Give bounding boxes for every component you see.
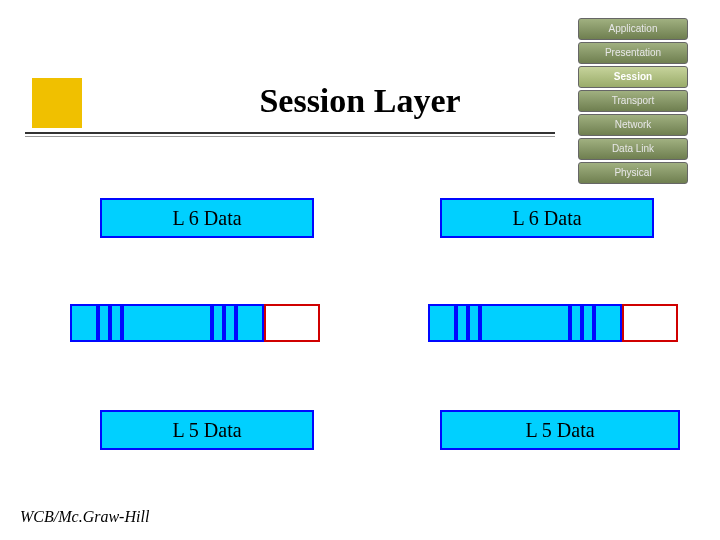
segmented-bar-left xyxy=(70,304,320,342)
osi-session: Session xyxy=(578,66,688,88)
seg-syn1 xyxy=(456,304,468,342)
seg-payload xyxy=(122,304,212,342)
l5-data-right: L 5 Data xyxy=(440,410,680,450)
seg-syn4 xyxy=(582,304,594,342)
osi-application: Application xyxy=(578,18,688,40)
seg-header xyxy=(70,304,98,342)
osi-data-link: Data Link xyxy=(578,138,688,160)
osi-presentation: Presentation xyxy=(578,42,688,64)
title-rule-shadow xyxy=(25,136,555,137)
seg-syn4 xyxy=(224,304,236,342)
seg-header xyxy=(428,304,456,342)
osi-network: Network xyxy=(578,114,688,136)
footer-credit: WCB/Mc.Graw-Hill xyxy=(20,508,149,526)
osi-physical: Physical xyxy=(578,162,688,184)
seg-syn3 xyxy=(212,304,224,342)
seg-syn2 xyxy=(468,304,480,342)
seg-tail xyxy=(594,304,622,342)
osi-stack: Application Presentation Session Transpo… xyxy=(578,18,688,186)
seg-syn2 xyxy=(110,304,122,342)
seg-syn3 xyxy=(570,304,582,342)
seg-trailer xyxy=(264,304,320,342)
segmented-bar-right xyxy=(428,304,678,342)
osi-transport: Transport xyxy=(578,90,688,112)
l6-data-left: L 6 Data xyxy=(100,198,314,238)
l6-data-right: L 6 Data xyxy=(440,198,654,238)
seg-tail xyxy=(236,304,264,342)
title-rule xyxy=(25,132,555,134)
seg-syn1 xyxy=(98,304,110,342)
slide: Session Layer Application Presentation S… xyxy=(0,0,720,540)
seg-trailer xyxy=(622,304,678,342)
seg-payload xyxy=(480,304,570,342)
l5-data-left: L 5 Data xyxy=(100,410,314,450)
